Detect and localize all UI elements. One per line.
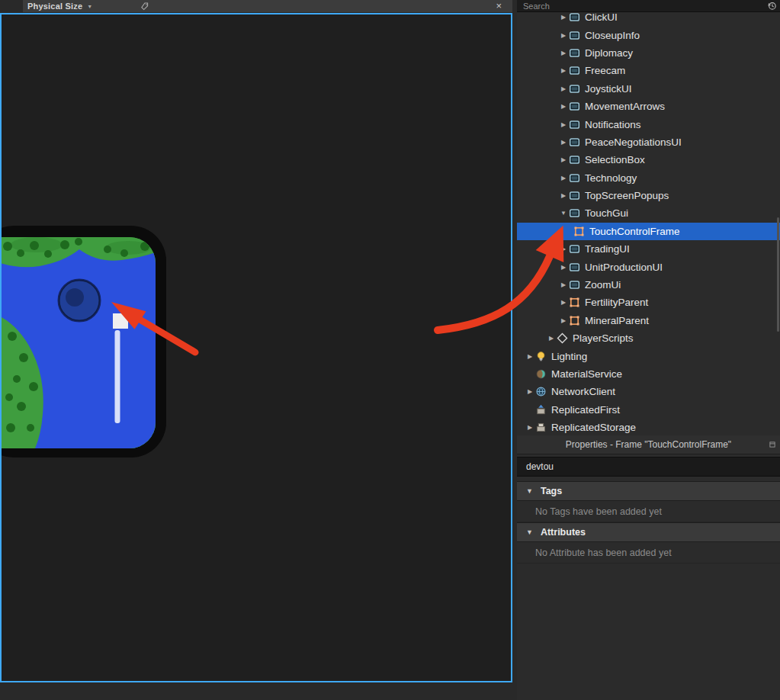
- tree-item-replicatedstorage[interactable]: ▶ReplicatedStorage: [517, 419, 780, 435]
- tree-item-label: Lighting: [551, 351, 587, 362]
- tree-item-mineralparent[interactable]: ▶MineralParent: [517, 312, 780, 329]
- screengui-icon: [569, 83, 580, 95]
- tree-item-unitproductionui[interactable]: ▶UnitProductionUI: [517, 258, 780, 275]
- property-filter-input[interactable]: [517, 461, 780, 473]
- tree-item-label: Notifications: [585, 119, 641, 130]
- history-icon[interactable]: [767, 1, 777, 11]
- section-header-tags[interactable]: ▼ Tags: [517, 481, 780, 501]
- chevron-right-icon[interactable]: ▶: [558, 156, 569, 163]
- screengui-icon: [569, 279, 580, 291]
- chevron-right-icon[interactable]: ▶: [558, 317, 569, 324]
- properties-filter-row: [517, 457, 780, 477]
- tree-item-closeupinfo[interactable]: ▶CloseupInfo: [517, 26, 780, 43]
- studio-window: Physical Size ▼ ×: [0, 0, 780, 700]
- tree-item-label: ZoomUi: [585, 279, 621, 291]
- tree-item-replicatedfirst[interactable]: ReplicatedFirst: [517, 401, 780, 419]
- chevron-right-icon[interactable]: ▶: [558, 264, 569, 271]
- tree-item-label: Technology: [585, 172, 637, 184]
- tree-item-clickui[interactable]: ▶ClickUI: [517, 13, 780, 26]
- close-icon[interactable]: ×: [496, 0, 502, 12]
- tree-item-peacenegotiationsui[interactable]: ▶PeaceNegotiationsUI: [517, 133, 780, 151]
- tree-item-label: Freecam: [585, 65, 625, 76]
- playerscripts-icon: [557, 332, 568, 344]
- tree-item-touchgui[interactable]: ▼TouchGui: [517, 204, 780, 222]
- search-input[interactable]: [517, 1, 767, 11]
- chevron-right-icon[interactable]: ▶: [558, 50, 569, 56]
- chevron-right-icon[interactable]: ▶: [558, 121, 569, 128]
- tree-item-label: TopScreenPopups: [585, 190, 669, 201]
- chevron-right-icon[interactable]: ▶: [558, 85, 569, 92]
- frame-icon: [569, 315, 580, 326]
- tree-item-lighting[interactable]: ▶Lighting: [517, 347, 780, 364]
- chevron-right-icon[interactable]: ▶: [558, 281, 569, 288]
- tree-item-selectionbox[interactable]: ▶SelectionBox: [517, 151, 780, 169]
- chevron-down-icon[interactable]: ▼: [558, 210, 569, 217]
- chevron-right-icon[interactable]: ▶: [558, 175, 569, 181]
- tag-icon[interactable]: [140, 2, 149, 11]
- virtual-joystick: [59, 280, 100, 321]
- tree-item-materialservice[interactable]: MaterialService: [517, 365, 780, 383]
- tree-item-topscreenpopups[interactable]: ▶TopScreenPopups: [517, 187, 780, 204]
- white-slider-bar: [115, 330, 120, 423]
- screengui-icon: [569, 119, 580, 130]
- screengui-icon: [569, 154, 580, 165]
- chevron-right-icon[interactable]: ▶: [558, 67, 569, 74]
- device-size-dropdown[interactable]: Physical Size ▼: [27, 2, 92, 11]
- screengui-icon: [569, 262, 580, 273]
- tree-item-label: TouchControlFrame: [589, 226, 680, 237]
- properties-title: Properties - Frame "TouchControlFrame": [566, 439, 731, 450]
- screengui-icon: [569, 136, 580, 148]
- tree-item-technology[interactable]: ▶Technology: [517, 169, 780, 187]
- game-scene: [2, 237, 156, 448]
- chevron-right-icon[interactable]: ▶: [558, 103, 569, 110]
- explorer-search-bar: [517, 0, 780, 12]
- chevron-right-icon[interactable]: ▶: [546, 335, 557, 342]
- chevron-right-icon[interactable]: ▶: [558, 32, 569, 39]
- tree-item-label: JoystickUI: [585, 83, 632, 95]
- tree-item-label: PlayerScripts: [573, 332, 634, 344]
- lighting-icon: [535, 351, 547, 362]
- tree-item-playerscripts[interactable]: ▶PlayerScripts: [517, 329, 780, 347]
- explorer-scrollbar-thumb[interactable]: [777, 217, 779, 332]
- screengui-icon: [569, 65, 580, 76]
- attributes-empty-text: No Attribute has been added yet: [535, 547, 672, 558]
- screengui-icon: [569, 190, 580, 201]
- chevron-right-icon[interactable]: ▶: [558, 14, 569, 21]
- tree-item-tradingui[interactable]: ▶TradingUI: [517, 240, 780, 258]
- properties-header: Properties - Frame "TouchControlFrame": [517, 435, 780, 454]
- tree-item-freecam[interactable]: ▶Freecam: [517, 62, 780, 79]
- chevron-right-icon[interactable]: ▶: [558, 139, 569, 146]
- screengui-icon: [569, 101, 580, 112]
- tree-item-label: MaterialService: [551, 368, 622, 380]
- tree-item-zoomui[interactable]: ▶ZoomUi: [517, 276, 780, 294]
- section-label: Tags: [541, 486, 562, 496]
- tree-item-label: NetworkClient: [551, 386, 615, 397]
- tree-item-label: MineralParent: [585, 315, 649, 326]
- materialservice-icon: [535, 368, 547, 380]
- chevron-right-icon[interactable]: ▶: [558, 192, 569, 199]
- emulator-clip: [2, 14, 511, 681]
- tags-empty-row: No Tags have been added yet: [517, 501, 780, 522]
- tree-item-networkclient[interactable]: ▶NetworkClient: [517, 383, 780, 400]
- tree-item-label: UnitProductionUI: [585, 262, 663, 273]
- tree-item-notifications[interactable]: ▶Notifications: [517, 115, 780, 133]
- tree-item-label: ClickUI: [585, 13, 618, 23]
- tree-item-touchcontrolframe[interactable]: TouchControlFrame: [517, 223, 780, 240]
- chevron-right-icon[interactable]: ▶: [525, 424, 535, 431]
- tree-item-label: Diplomacy: [585, 47, 633, 59]
- section-header-attributes[interactable]: ▼ Attributes: [517, 522, 780, 542]
- chevron-down-icon[interactable]: ▼: [526, 528, 533, 536]
- panel-menu-icon[interactable]: [769, 441, 776, 448]
- chevron-right-icon[interactable]: ▶: [558, 299, 569, 306]
- chevron-right-icon[interactable]: ▶: [525, 353, 535, 360]
- chevron-down-icon[interactable]: ▼: [526, 487, 533, 495]
- chevron-right-icon[interactable]: ▶: [525, 388, 535, 395]
- tree-item-fertilityparent[interactable]: ▶FertilityParent: [517, 294, 780, 311]
- tree-item-movementarrows[interactable]: ▶MovementArrows: [517, 98, 780, 115]
- tree-item-diplomacy[interactable]: ▶Diplomacy: [517, 44, 780, 62]
- chevron-right-icon[interactable]: ▶: [558, 246, 569, 252]
- tree-item-joystickui[interactable]: ▶JoystickUI: [517, 80, 780, 98]
- frame-icon: [569, 297, 580, 308]
- explorer-tree: ▶ClickUI▶CloseupInfo▶Diplomacy▶Freecam▶J…: [517, 13, 780, 435]
- screengui-icon: [569, 13, 580, 23]
